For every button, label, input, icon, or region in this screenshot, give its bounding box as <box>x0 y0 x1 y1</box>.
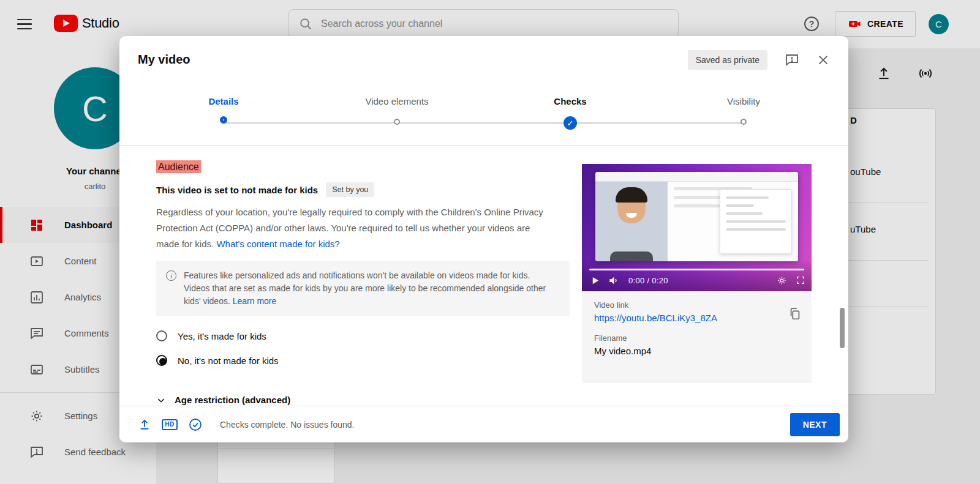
coppa-legal-text: Regardless of your location, you're lega… <box>156 204 553 252</box>
stepper-line <box>224 122 744 124</box>
close-icon <box>816 53 830 67</box>
video-preview-panel: 0:00 / 0:20 Video link https://youtu.be/… <box>582 164 812 383</box>
screen-share-content <box>668 182 798 261</box>
video-details-panel: Video link https://youtu.be/BCLiKy3_8ZA … <box>582 291 812 383</box>
info-icon: i <box>166 270 176 281</box>
video-player[interactable]: 0:00 / 0:20 <box>582 164 812 291</box>
radio-yes-made-for-kids[interactable]: Yes, it's made for kids <box>156 324 573 348</box>
step-video-elements-dot <box>394 119 400 125</box>
filename-value: My video.mp4 <box>594 346 799 356</box>
volume-button[interactable] <box>608 275 620 286</box>
video-link-label: Video link <box>594 300 799 310</box>
presenter-webcam <box>595 182 668 261</box>
next-button[interactable]: NEXT <box>790 413 840 436</box>
dialog-body: Audience This video is set to not made f… <box>119 146 848 406</box>
learn-more-link[interactable]: Learn more <box>233 296 277 306</box>
step-checks[interactable]: Checks <box>503 95 638 130</box>
chevron-down-icon <box>156 395 166 405</box>
step-visibility-dot <box>741 119 747 125</box>
audience-section: Audience This video is set to not made f… <box>156 146 573 405</box>
player-controls: 0:00 / 0:20 <box>590 272 805 288</box>
feedback-icon <box>785 53 799 67</box>
playback-time: 0:00 / 0:20 <box>628 276 668 285</box>
checks-complete-icon <box>188 417 203 432</box>
upload-complete-icon <box>138 418 151 431</box>
copy-link-button[interactable] <box>788 307 802 323</box>
kids-info-box: i Features like personalized ads and not… <box>156 261 570 316</box>
step-checks-check-icon <box>564 116 577 130</box>
step-details-dot <box>220 116 227 124</box>
step-visibility[interactable]: Visibility <box>676 95 811 125</box>
dialog-footer: HD Checks complete. No issues found. NEX… <box>119 406 848 442</box>
youtube-studio-app: Studio ? CREATE C C Your channel carlito… <box>0 0 980 484</box>
play-button[interactable] <box>590 276 600 285</box>
filename-label: Filename <box>594 333 799 343</box>
audience-heading: Audience <box>156 162 573 173</box>
close-dialog-button[interactable] <box>816 53 830 67</box>
upload-stepper: Details Video elements Checks Visibility <box>119 83 848 145</box>
dialog-header: My video Saved as private <box>119 36 848 83</box>
hd-processing-icon: HD <box>162 419 178 430</box>
player-settings-button[interactable] <box>777 275 787 286</box>
checks-status-text: Checks complete. No issues found. <box>220 420 354 430</box>
copy-icon <box>788 307 802 321</box>
radio-unselected-icon[interactable] <box>156 330 167 341</box>
made-for-kids-link[interactable]: What's content made for kids? <box>216 239 339 249</box>
video-edit-dialog: My video Saved as private Details Video … <box>119 36 848 442</box>
video-link[interactable]: https://youtu.be/BCLiKy3_8ZA <box>594 313 799 323</box>
step-details[interactable]: Details <box>156 95 291 124</box>
audience-status-text: This video is set to not made for kids <box>156 185 318 195</box>
set-by-you-badge: Set by you <box>326 182 374 197</box>
radio-not-made-for-kids[interactable]: No, it's not made for kids <box>156 348 573 373</box>
age-restriction-expander[interactable]: Age restriction (advanced) <box>156 395 573 405</box>
dialog-title: My video <box>138 53 190 67</box>
fullscreen-button[interactable] <box>796 275 805 285</box>
send-feedback-button[interactable] <box>785 53 799 67</box>
video-frame <box>595 172 798 261</box>
radio-selected-icon[interactable] <box>156 355 167 366</box>
dialog-scrollbar[interactable] <box>840 308 845 348</box>
made-for-kids-radio-group: Yes, it's made for kids No, it's not mad… <box>156 324 573 373</box>
step-video-elements[interactable]: Video elements <box>330 95 464 125</box>
seek-bar[interactable] <box>589 269 804 270</box>
saved-status-badge: Saved as private <box>688 50 767 70</box>
